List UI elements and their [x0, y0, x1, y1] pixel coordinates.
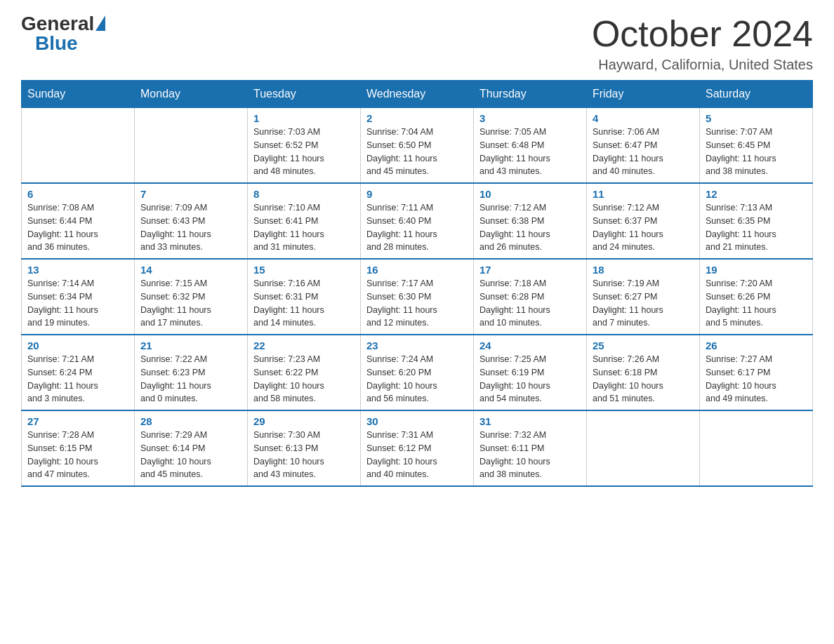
header-friday: Friday [587, 81, 700, 108]
day-number: 10 [479, 188, 581, 200]
logo: General Blue [21, 14, 105, 53]
day-info: Sunrise: 7:07 AM Sunset: 6:45 PM Dayligh… [706, 126, 807, 178]
table-cell: 10Sunrise: 7:12 AM Sunset: 6:38 PM Dayli… [474, 183, 587, 259]
day-info: Sunrise: 7:04 AM Sunset: 6:50 PM Dayligh… [366, 126, 468, 178]
header-monday: Monday [135, 81, 248, 108]
day-number: 19 [706, 264, 807, 276]
day-info: Sunrise: 7:10 AM Sunset: 6:41 PM Dayligh… [253, 201, 355, 254]
day-number: 6 [27, 188, 128, 200]
calendar-table: SundayMondayTuesdayWednesdayThursdayFrid… [21, 80, 813, 487]
header-sunday: Sunday [22, 81, 135, 108]
day-info: Sunrise: 7:30 AM Sunset: 6:13 PM Dayligh… [253, 429, 355, 481]
day-number: 24 [479, 340, 581, 351]
day-number: 17 [479, 264, 581, 276]
day-info: Sunrise: 7:14 AM Sunset: 6:34 PM Dayligh… [27, 277, 128, 330]
header-row: SundayMondayTuesdayWednesdayThursdayFrid… [22, 81, 813, 108]
logo-general-text: General [21, 14, 94, 34]
day-number: 31 [479, 415, 581, 427]
day-number: 2 [366, 112, 468, 124]
day-number: 28 [140, 415, 241, 427]
table-cell: 7Sunrise: 7:09 AM Sunset: 6:43 PM Daylig… [135, 183, 248, 259]
header-wednesday: Wednesday [361, 81, 474, 108]
table-cell: 11Sunrise: 7:12 AM Sunset: 6:37 PM Dayli… [587, 183, 700, 259]
week-row-3: 13Sunrise: 7:14 AM Sunset: 6:34 PM Dayli… [22, 259, 813, 335]
day-info: Sunrise: 7:25 AM Sunset: 6:19 PM Dayligh… [479, 353, 581, 405]
day-number: 15 [253, 264, 355, 276]
week-row-1: 1Sunrise: 7:03 AM Sunset: 6:52 PM Daylig… [22, 108, 813, 184]
table-cell: 9Sunrise: 7:11 AM Sunset: 6:40 PM Daylig… [361, 183, 474, 259]
table-cell: 12Sunrise: 7:13 AM Sunset: 6:35 PM Dayli… [700, 183, 813, 259]
day-number: 4 [593, 112, 694, 124]
day-info: Sunrise: 7:29 AM Sunset: 6:14 PM Dayligh… [140, 429, 241, 481]
day-number: 1 [253, 112, 355, 124]
table-cell: 5Sunrise: 7:07 AM Sunset: 6:45 PM Daylig… [700, 108, 813, 184]
day-info: Sunrise: 7:17 AM Sunset: 6:30 PM Dayligh… [366, 277, 468, 330]
day-number: 27 [27, 415, 128, 427]
header-tuesday: Tuesday [248, 81, 361, 108]
table-cell: 21Sunrise: 7:22 AM Sunset: 6:23 PM Dayli… [135, 335, 248, 410]
table-cell: 31Sunrise: 7:32 AM Sunset: 6:11 PM Dayli… [474, 410, 587, 486]
table-cell: 29Sunrise: 7:30 AM Sunset: 6:13 PM Dayli… [248, 410, 361, 486]
table-cell [22, 108, 135, 184]
day-info: Sunrise: 7:32 AM Sunset: 6:11 PM Dayligh… [479, 429, 581, 481]
day-number: 23 [366, 340, 468, 351]
table-cell: 26Sunrise: 7:27 AM Sunset: 6:17 PM Dayli… [700, 335, 813, 410]
table-cell: 23Sunrise: 7:24 AM Sunset: 6:20 PM Dayli… [361, 335, 474, 410]
table-cell: 14Sunrise: 7:15 AM Sunset: 6:32 PM Dayli… [135, 259, 248, 335]
table-cell: 22Sunrise: 7:23 AM Sunset: 6:22 PM Dayli… [248, 335, 361, 410]
day-number: 13 [27, 264, 128, 276]
table-cell [587, 410, 700, 486]
table-cell: 13Sunrise: 7:14 AM Sunset: 6:34 PM Dayli… [22, 259, 135, 335]
table-cell: 27Sunrise: 7:28 AM Sunset: 6:15 PM Dayli… [22, 410, 135, 486]
main-title: October 2024 [592, 14, 813, 54]
day-info: Sunrise: 7:11 AM Sunset: 6:40 PM Dayligh… [366, 201, 468, 254]
day-number: 18 [593, 264, 694, 276]
day-number: 3 [479, 112, 581, 124]
table-cell: 15Sunrise: 7:16 AM Sunset: 6:31 PM Dayli… [248, 259, 361, 335]
day-info: Sunrise: 7:26 AM Sunset: 6:18 PM Dayligh… [593, 353, 694, 405]
day-info: Sunrise: 7:12 AM Sunset: 6:38 PM Dayligh… [479, 201, 581, 254]
title-section: October 2024 Hayward, California, United… [592, 14, 813, 73]
day-info: Sunrise: 7:13 AM Sunset: 6:35 PM Dayligh… [706, 201, 807, 254]
day-number: 5 [706, 112, 807, 124]
day-info: Sunrise: 7:22 AM Sunset: 6:23 PM Dayligh… [140, 353, 241, 405]
table-cell: 1Sunrise: 7:03 AM Sunset: 6:52 PM Daylig… [248, 108, 361, 184]
table-cell: 16Sunrise: 7:17 AM Sunset: 6:30 PM Dayli… [361, 259, 474, 335]
week-row-2: 6Sunrise: 7:08 AM Sunset: 6:44 PM Daylig… [22, 183, 813, 259]
day-info: Sunrise: 7:12 AM Sunset: 6:37 PM Dayligh… [593, 201, 694, 254]
day-info: Sunrise: 7:19 AM Sunset: 6:27 PM Dayligh… [593, 277, 694, 330]
table-cell: 17Sunrise: 7:18 AM Sunset: 6:28 PM Dayli… [474, 259, 587, 335]
week-row-4: 20Sunrise: 7:21 AM Sunset: 6:24 PM Dayli… [22, 335, 813, 410]
day-info: Sunrise: 7:09 AM Sunset: 6:43 PM Dayligh… [140, 201, 241, 254]
table-cell: 6Sunrise: 7:08 AM Sunset: 6:44 PM Daylig… [22, 183, 135, 259]
table-cell: 25Sunrise: 7:26 AM Sunset: 6:18 PM Dayli… [587, 335, 700, 410]
day-number: 9 [366, 188, 468, 200]
day-number: 20 [27, 340, 128, 351]
subtitle: Hayward, California, United States [592, 57, 813, 73]
day-number: 12 [706, 188, 807, 200]
week-row-5: 27Sunrise: 7:28 AM Sunset: 6:15 PM Dayli… [22, 410, 813, 486]
table-cell: 4Sunrise: 7:06 AM Sunset: 6:47 PM Daylig… [587, 108, 700, 184]
day-info: Sunrise: 7:24 AM Sunset: 6:20 PM Dayligh… [366, 353, 468, 405]
day-number: 29 [253, 415, 355, 427]
day-info: Sunrise: 7:28 AM Sunset: 6:15 PM Dayligh… [27, 429, 128, 481]
table-cell [135, 108, 248, 184]
calendar-header: SundayMondayTuesdayWednesdayThursdayFrid… [22, 81, 813, 108]
day-info: Sunrise: 7:08 AM Sunset: 6:44 PM Dayligh… [27, 201, 128, 254]
day-number: 11 [593, 188, 694, 200]
day-info: Sunrise: 7:31 AM Sunset: 6:12 PM Dayligh… [366, 429, 468, 481]
logo-blue-text: Blue [35, 34, 78, 53]
day-info: Sunrise: 7:03 AM Sunset: 6:52 PM Dayligh… [253, 126, 355, 178]
day-number: 16 [366, 264, 468, 276]
day-number: 14 [140, 264, 241, 276]
day-number: 25 [593, 340, 694, 351]
table-cell: 3Sunrise: 7:05 AM Sunset: 6:48 PM Daylig… [474, 108, 587, 184]
logo-triangle-icon [95, 15, 105, 31]
header-thursday: Thursday [474, 81, 587, 108]
day-info: Sunrise: 7:21 AM Sunset: 6:24 PM Dayligh… [27, 353, 128, 405]
table-cell [700, 410, 813, 486]
day-info: Sunrise: 7:27 AM Sunset: 6:17 PM Dayligh… [706, 353, 807, 405]
day-info: Sunrise: 7:20 AM Sunset: 6:26 PM Dayligh… [706, 277, 807, 330]
table-cell: 2Sunrise: 7:04 AM Sunset: 6:50 PM Daylig… [361, 108, 474, 184]
day-info: Sunrise: 7:05 AM Sunset: 6:48 PM Dayligh… [479, 126, 581, 178]
